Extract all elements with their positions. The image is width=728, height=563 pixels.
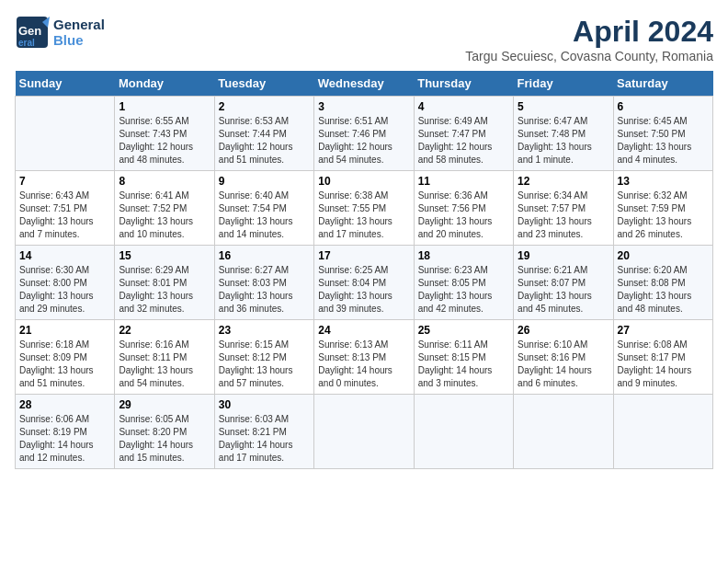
day-detail: Sunrise: 6:16 AMSunset: 8:11 PMDaylight:…	[119, 339, 210, 390]
day-detail: Sunrise: 6:27 AMSunset: 8:03 PMDaylight:…	[219, 264, 310, 316]
calendar-cell: 22Sunrise: 6:16 AMSunset: 8:11 PMDayligh…	[115, 320, 214, 395]
day-detail: Sunrise: 6:34 AMSunset: 7:57 PMDaylight:…	[518, 190, 609, 241]
week-row-3: 14Sunrise: 6:30 AMSunset: 8:00 PMDayligh…	[16, 246, 713, 320]
day-number: 9	[219, 175, 310, 188]
calendar-cell: 26Sunrise: 6:10 AMSunset: 8:16 PMDayligh…	[514, 320, 613, 395]
day-detail: Sunrise: 6:43 AMSunset: 7:51 PMDaylight:…	[19, 190, 110, 241]
day-number: 19	[518, 249, 609, 262]
day-number: 29	[119, 398, 210, 411]
calendar-cell	[414, 395, 513, 469]
day-detail: Sunrise: 6:03 AMSunset: 8:21 PMDaylight:…	[219, 413, 310, 465]
day-number: 23	[219, 324, 310, 337]
calendar-cell: 29Sunrise: 6:05 AMSunset: 8:20 PMDayligh…	[115, 395, 214, 469]
calendar-cell: 12Sunrise: 6:34 AMSunset: 7:57 PMDayligh…	[514, 171, 613, 246]
day-number: 28	[19, 398, 110, 411]
calendar-cell: 5Sunrise: 6:47 AMSunset: 7:48 PMDaylight…	[514, 97, 613, 171]
week-row-2: 7Sunrise: 6:43 AMSunset: 7:51 PMDaylight…	[16, 171, 713, 246]
day-number: 2	[219, 100, 310, 113]
day-detail: Sunrise: 6:51 AMSunset: 7:46 PMDaylight:…	[318, 115, 409, 167]
day-number: 22	[119, 324, 210, 337]
calendar-cell: 16Sunrise: 6:27 AMSunset: 8:03 PMDayligh…	[214, 246, 313, 320]
calendar-cell	[613, 395, 712, 469]
day-detail: Sunrise: 6:18 AMSunset: 8:09 PMDaylight:…	[19, 339, 110, 390]
day-number: 6	[618, 100, 709, 113]
day-header-wednesday: Wednesday	[314, 71, 414, 97]
calendar-cell: 15Sunrise: 6:29 AMSunset: 8:01 PMDayligh…	[115, 246, 214, 320]
calendar-cell: 6Sunrise: 6:45 AMSunset: 7:50 PMDaylight…	[613, 97, 712, 171]
day-header-sunday: Sunday	[16, 71, 115, 97]
day-detail: Sunrise: 6:20 AMSunset: 8:08 PMDaylight:…	[618, 264, 709, 316]
day-number: 16	[219, 249, 310, 262]
svg-text:Gen: Gen	[18, 24, 41, 38]
calendar-cell: 23Sunrise: 6:15 AMSunset: 8:12 PMDayligh…	[214, 320, 313, 395]
calendar-cell	[514, 395, 613, 469]
calendar-header-row: SundayMondayTuesdayWednesdayThursdayFrid…	[16, 71, 713, 97]
day-number: 24	[318, 324, 409, 337]
calendar-cell: 28Sunrise: 6:06 AMSunset: 8:19 PMDayligh…	[16, 395, 115, 469]
day-number: 4	[418, 100, 509, 113]
logo-general: General	[53, 17, 105, 32]
calendar-cell: 4Sunrise: 6:49 AMSunset: 7:47 PMDaylight…	[414, 97, 513, 171]
day-number: 8	[119, 175, 210, 188]
day-detail: Sunrise: 6:32 AMSunset: 7:59 PMDaylight:…	[618, 190, 709, 241]
day-detail: Sunrise: 6:06 AMSunset: 8:19 PMDaylight:…	[19, 413, 110, 465]
day-detail: Sunrise: 6:10 AMSunset: 8:16 PMDaylight:…	[518, 339, 609, 390]
day-detail: Sunrise: 6:47 AMSunset: 7:48 PMDaylight:…	[518, 115, 609, 167]
calendar-cell: 1Sunrise: 6:55 AMSunset: 7:43 PMDaylight…	[115, 97, 214, 171]
day-detail: Sunrise: 6:08 AMSunset: 8:17 PMDaylight:…	[618, 339, 709, 390]
day-detail: Sunrise: 6:49 AMSunset: 7:47 PMDaylight:…	[418, 115, 509, 167]
day-number: 15	[119, 249, 210, 262]
calendar-cell: 17Sunrise: 6:25 AMSunset: 8:04 PMDayligh…	[314, 246, 414, 320]
calendar-cell	[16, 97, 115, 171]
main-title: April 2024	[465, 15, 713, 49]
day-detail: Sunrise: 6:41 AMSunset: 7:52 PMDaylight:…	[119, 190, 210, 241]
calendar-cell: 25Sunrise: 6:11 AMSunset: 8:15 PMDayligh…	[414, 320, 513, 395]
day-detail: Sunrise: 6:29 AMSunset: 8:01 PMDaylight:…	[119, 264, 210, 316]
day-detail: Sunrise: 6:36 AMSunset: 7:56 PMDaylight:…	[418, 190, 509, 241]
week-row-4: 21Sunrise: 6:18 AMSunset: 8:09 PMDayligh…	[16, 320, 713, 395]
day-header-tuesday: Tuesday	[214, 71, 313, 97]
day-detail: Sunrise: 6:21 AMSunset: 8:07 PMDaylight:…	[518, 264, 609, 316]
day-number: 26	[518, 324, 609, 337]
title-area: April 2024 Targu Secuiesc, Covasna Count…	[465, 15, 713, 63]
calendar-cell	[314, 395, 414, 469]
day-number: 10	[318, 175, 409, 188]
calendar-cell: 7Sunrise: 6:43 AMSunset: 7:51 PMDaylight…	[16, 171, 115, 246]
day-detail: Sunrise: 6:05 AMSunset: 8:20 PMDaylight:…	[119, 413, 210, 465]
day-number: 17	[318, 249, 409, 262]
svg-text:eral: eral	[18, 38, 35, 48]
logo-blue: Blue	[53, 32, 105, 48]
header: Gen eral General Blue April 2024 Targu S…	[15, 15, 713, 63]
day-detail: Sunrise: 6:38 AMSunset: 7:55 PMDaylight:…	[318, 190, 409, 241]
calendar-cell: 2Sunrise: 6:53 AMSunset: 7:44 PMDaylight…	[214, 97, 313, 171]
day-detail: Sunrise: 6:55 AMSunset: 7:43 PMDaylight:…	[119, 115, 210, 167]
day-number: 14	[19, 249, 110, 262]
day-number: 27	[618, 324, 709, 337]
day-detail: Sunrise: 6:13 AMSunset: 8:13 PMDaylight:…	[318, 339, 409, 390]
day-number: 18	[418, 249, 509, 262]
day-number: 5	[518, 100, 609, 113]
calendar-table: SundayMondayTuesdayWednesdayThursdayFrid…	[15, 71, 713, 469]
day-number: 11	[418, 175, 509, 188]
day-number: 12	[518, 175, 609, 188]
calendar-cell: 19Sunrise: 6:21 AMSunset: 8:07 PMDayligh…	[514, 246, 613, 320]
calendar-cell: 18Sunrise: 6:23 AMSunset: 8:05 PMDayligh…	[414, 246, 513, 320]
calendar-cell: 20Sunrise: 6:20 AMSunset: 8:08 PMDayligh…	[613, 246, 712, 320]
day-number: 7	[19, 175, 110, 188]
day-detail: Sunrise: 6:45 AMSunset: 7:50 PMDaylight:…	[618, 115, 709, 167]
day-header-friday: Friday	[514, 71, 613, 97]
calendar-cell: 3Sunrise: 6:51 AMSunset: 7:46 PMDaylight…	[314, 97, 414, 171]
day-number: 1	[119, 100, 210, 113]
calendar-cell: 30Sunrise: 6:03 AMSunset: 8:21 PMDayligh…	[214, 395, 313, 469]
day-number: 3	[318, 100, 409, 113]
calendar-cell: 27Sunrise: 6:08 AMSunset: 8:17 PMDayligh…	[613, 320, 712, 395]
week-row-1: 1Sunrise: 6:55 AMSunset: 7:43 PMDaylight…	[16, 97, 713, 171]
day-header-saturday: Saturday	[613, 71, 712, 97]
day-detail: Sunrise: 6:23 AMSunset: 8:05 PMDaylight:…	[418, 264, 509, 316]
calendar-cell: 21Sunrise: 6:18 AMSunset: 8:09 PMDayligh…	[16, 320, 115, 395]
day-header-thursday: Thursday	[414, 71, 513, 97]
day-number: 25	[418, 324, 509, 337]
day-number: 21	[19, 324, 110, 337]
subtitle: Targu Secuiesc, Covasna County, Romania	[465, 49, 713, 63]
day-detail: Sunrise: 6:11 AMSunset: 8:15 PMDaylight:…	[418, 339, 509, 390]
